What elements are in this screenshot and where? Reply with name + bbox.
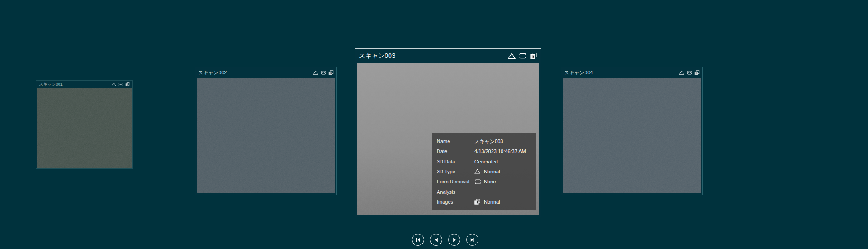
scan-image (37, 88, 132, 168)
scan-card-2[interactable]: スキャン002 (195, 67, 337, 195)
images-icon (694, 70, 700, 75)
skip-to-first-icon (415, 237, 421, 243)
scan-details-panel: Name スキャン003 Date 4/13/2023 10:46:37 AM … (432, 133, 536, 210)
scan-image (197, 78, 335, 193)
form-removal-icon (321, 70, 326, 75)
detail-label: Analysis (437, 189, 474, 195)
detail-value: 4/13/2023 10:46:37 AM (474, 148, 526, 154)
detail-label: Date (437, 148, 474, 154)
detail-row-name: Name スキャン003 (432, 137, 536, 146)
scan-card-title: スキャン003 (359, 52, 508, 60)
detail-label: 3D Data (437, 159, 474, 164)
skip-to-last-icon (470, 237, 475, 243)
carousel-navigation (412, 234, 478, 246)
scan-card-status-icons (313, 70, 334, 75)
scan-card-header: スキャン001 (36, 81, 132, 88)
detail-row-form-removal: Form Removal None (432, 177, 536, 186)
scan-card-title: スキャン001 (39, 81, 112, 87)
scan-card-header: スキャン003 (355, 49, 541, 63)
triangle-icon (474, 169, 484, 174)
scan-card-header: スキャン004 (561, 67, 702, 78)
scan-card-4[interactable]: スキャン004 (561, 67, 703, 195)
detail-label: 3D Type (437, 169, 474, 174)
images-icon (125, 82, 130, 86)
images-icon (530, 53, 537, 59)
detail-value: None (484, 179, 496, 184)
detail-label: Images (437, 199, 474, 205)
detail-row-images: Images Normal (432, 197, 536, 206)
detail-row-analysis: Analysis (432, 187, 536, 196)
detail-row-3d-data: 3D Data Generated (432, 157, 536, 166)
scan-image-noise (563, 78, 701, 193)
form-removal-icon (519, 53, 527, 59)
form-removal-icon (687, 70, 692, 75)
scan-card-title: スキャン002 (198, 69, 313, 76)
detail-row-3d-type: 3D Type Normal (432, 167, 536, 176)
triangle-icon (679, 70, 684, 75)
detail-label: Form Removal (437, 179, 474, 184)
images-icon (328, 70, 334, 75)
detail-row-date: Date 4/13/2023 10:46:37 AM (432, 147, 536, 156)
scan-card-3-active[interactable]: スキャン003 Name スキャン003 Date 4/13/2023 10:4… (355, 48, 541, 217)
triangle-icon (112, 82, 116, 86)
detail-value: スキャン003 (474, 138, 503, 145)
skip-to-first-button[interactable] (412, 234, 424, 246)
scan-carousel: スキャン001 スキャン002 スキャン003 (0, 0, 868, 249)
scan-image: Name スキャン003 Date 4/13/2023 10:46:37 AM … (357, 63, 539, 215)
images-icon (474, 199, 484, 205)
form-removal-icon (474, 179, 484, 185)
triangle-icon (313, 70, 318, 75)
triangle-icon (508, 53, 516, 59)
scan-image (563, 78, 701, 193)
scan-image-noise (37, 88, 132, 168)
scan-card-1[interactable]: スキャン001 (36, 80, 133, 169)
scan-image-noise (197, 78, 335, 193)
detail-label: Name (437, 139, 474, 144)
scan-card-status-icons (112, 82, 130, 86)
scan-card-status-icons (508, 53, 537, 59)
scan-card-title: スキャン004 (564, 69, 679, 76)
previous-button[interactable] (430, 234, 442, 246)
detail-value: Generated (474, 159, 498, 164)
next-icon (452, 237, 457, 243)
scan-card-header: スキャン002 (195, 67, 336, 78)
skip-to-last-button[interactable] (466, 234, 478, 246)
detail-value: Normal (484, 169, 500, 174)
next-button[interactable] (448, 234, 460, 246)
previous-icon (434, 237, 439, 243)
form-removal-icon (118, 82, 123, 86)
detail-value: Normal (484, 199, 500, 205)
scan-card-status-icons (679, 70, 700, 75)
